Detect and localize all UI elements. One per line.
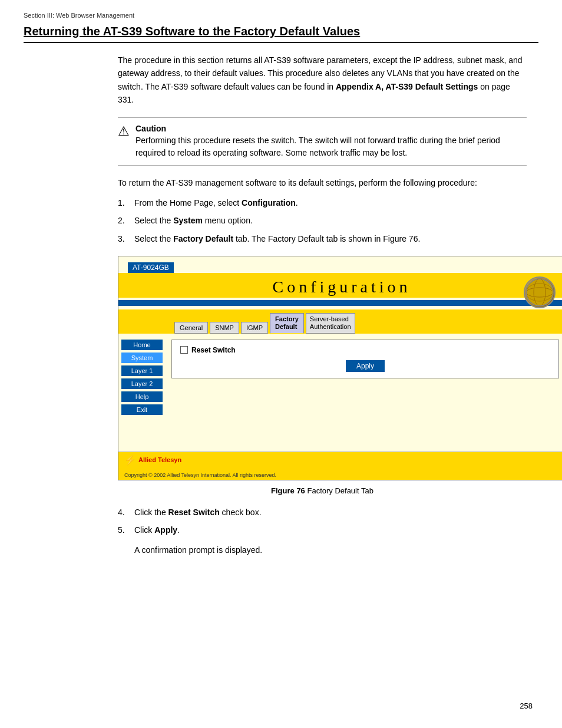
reset-switch-checkbox[interactable] bbox=[180, 346, 188, 354]
figure-body: Home System Layer 1 Layer 2 Help Exit Re… bbox=[118, 334, 562, 452]
page-number: 258 bbox=[520, 701, 533, 710]
step-2: 2. Select the System menu option. bbox=[118, 214, 527, 227]
intro-paragraph: The procedure in this section returns al… bbox=[118, 54, 527, 107]
page-title: Returning the AT-S39 Software to the Fac… bbox=[24, 25, 538, 43]
tab-factory-default[interactable]: FactoryDefault bbox=[270, 313, 304, 333]
sidebar-btn-system[interactable]: System bbox=[121, 353, 163, 363]
reset-switch-label: Reset Switch bbox=[191, 346, 236, 354]
figure-header: Configuration bbox=[118, 273, 562, 298]
figure-footer: ⚡ Allied Telesyn bbox=[118, 452, 562, 468]
tab-snmp[interactable]: SNMP bbox=[210, 322, 239, 334]
figure-copyright: Copyright © 2002 Allied Telesyn Internat… bbox=[124, 472, 276, 478]
sidebar-btn-help[interactable]: Help bbox=[121, 391, 163, 402]
figure-header-text: Configuration bbox=[272, 278, 411, 296]
tab-server-auth[interactable]: Server-basedAuthentication bbox=[306, 313, 355, 333]
caution-box: ⚠ Caution Performing this procedure rese… bbox=[118, 117, 527, 166]
tab-general[interactable]: General bbox=[174, 322, 208, 334]
steps-intro: To return the AT-S39 management software… bbox=[118, 176, 527, 189]
apply-button[interactable]: Apply bbox=[346, 360, 385, 372]
figure-main-content: Reset Switch Apply bbox=[166, 334, 562, 452]
figure-caption: Figure 76 Factory Default Tab bbox=[118, 486, 527, 495]
sidebar-btn-exit[interactable]: Exit bbox=[121, 404, 163, 415]
caution-content: Caution Performing this procedure resets… bbox=[135, 124, 521, 159]
sidebar-btn-home[interactable]: Home bbox=[121, 340, 163, 350]
apply-button-row: Apply bbox=[180, 360, 550, 372]
sidebar-btn-layer2[interactable]: Layer 2 bbox=[121, 378, 163, 389]
steps-list: 1. From the Home Page, select Configurat… bbox=[118, 196, 527, 245]
caution-text: Performing this procedure resets the swi… bbox=[135, 134, 521, 159]
figure-blue-bar bbox=[118, 300, 562, 306]
figure-title-bar: AT-9024GB bbox=[128, 262, 174, 273]
sidebar-btn-layer1[interactable]: Layer 1 bbox=[121, 365, 163, 376]
step-4: 4. Click the Reset Switch check box. bbox=[118, 506, 527, 519]
allied-telesyn-logo: ⚡ Allied Telesyn bbox=[124, 454, 181, 466]
reset-switch-row: Reset Switch bbox=[180, 346, 550, 354]
caution-title: Caution bbox=[135, 124, 166, 133]
caution-icon: ⚠ bbox=[118, 124, 130, 139]
figure-tabs-row: General SNMP IGMP FactoryDefault Server-… bbox=[118, 309, 562, 333]
tab-igmp[interactable]: IGMP bbox=[241, 322, 268, 334]
figure-screenshot: AT-9024GB Configuration General SNMP bbox=[118, 256, 562, 480]
figure-content-box: Reset Switch Apply bbox=[171, 340, 559, 378]
figure-sidebar: Home System Layer 1 Layer 2 Help Exit bbox=[118, 334, 166, 452]
figure-globe-icon bbox=[524, 276, 556, 308]
step-3: 3. Select the Factory Default tab. The F… bbox=[118, 232, 527, 245]
step-1: 1. From the Home Page, select Configurat… bbox=[118, 196, 527, 209]
lower-steps-list: 4. Click the Reset Switch check box. 5. … bbox=[118, 506, 527, 537]
step-5: 5. Click Apply. bbox=[118, 523, 527, 536]
confirmation-text: A confirmation prompt is displayed. bbox=[134, 543, 527, 556]
section-label: Section III: Web Browser Management bbox=[24, 12, 538, 19]
